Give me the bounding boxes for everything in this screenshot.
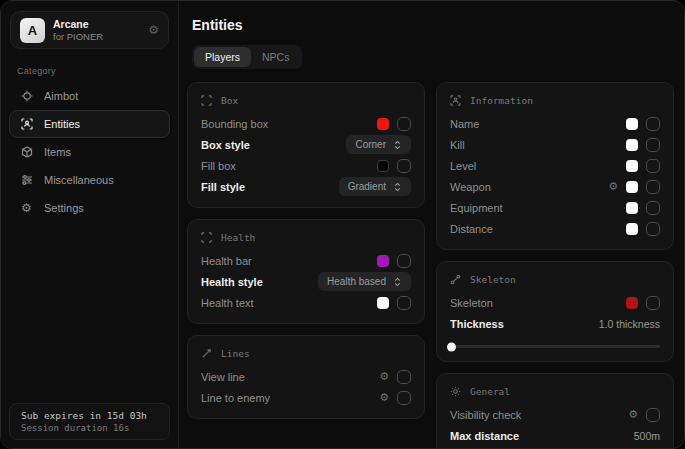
tab-npcs[interactable]: NPCs [251, 47, 300, 67]
setting-label: Weapon [450, 181, 491, 193]
setting-label: Distance [450, 223, 493, 235]
checkbox[interactable] [646, 159, 660, 173]
color-swatch[interactable] [626, 160, 638, 172]
color-swatch[interactable] [377, 160, 389, 172]
setting-row: Bounding box [201, 113, 411, 134]
color-swatch[interactable] [626, 223, 638, 235]
sidebar-item-entities[interactable]: Entities [9, 110, 170, 138]
tab-bar: Players NPCs [192, 45, 302, 69]
checkbox[interactable] [397, 254, 411, 268]
setting-row: Level [450, 155, 660, 176]
color-swatch[interactable] [377, 255, 389, 267]
checkbox[interactable] [646, 201, 660, 215]
gear-icon[interactable]: ⚙ [608, 181, 618, 192]
setting-label: Fill style [201, 181, 245, 193]
setting-row: Health style Health based [201, 271, 411, 292]
setting-row: Equipment [450, 197, 660, 218]
setting-row: Box style Corner [201, 134, 411, 155]
max-distance-value: 500m [634, 430, 660, 442]
setting-label: View line [201, 371, 245, 383]
general-panel: General Visibility check ⚙ Max distance … [436, 373, 674, 449]
color-swatch[interactable] [626, 139, 638, 151]
app-title: Arcane [53, 18, 140, 31]
setting-row: Kill [450, 134, 660, 155]
panel-title: Lines [221, 348, 250, 359]
chevron-up-down-icon [393, 140, 402, 150]
sidebar-item-aimbot[interactable]: Aimbot [9, 82, 170, 110]
color-swatch[interactable] [626, 118, 638, 130]
color-swatch[interactable] [377, 118, 389, 130]
setting-label: Health style [201, 276, 263, 288]
setting-row: Distance [450, 218, 660, 239]
setting-row: Weapon ⚙ [450, 176, 660, 197]
color-swatch[interactable] [626, 202, 638, 214]
checkbox[interactable] [397, 117, 411, 131]
health-style-dropdown[interactable]: Health based [318, 272, 411, 291]
setting-row: Health text [201, 292, 411, 313]
sidebar: A Arcane for PIONER ⚙ Category Aimbot En… [1, 1, 179, 448]
box-style-dropdown[interactable]: Corner [346, 135, 411, 154]
color-swatch[interactable] [626, 181, 638, 193]
scan-person-icon [450, 95, 462, 106]
setting-row: Health bar [201, 250, 411, 271]
setting-label: Max distance [450, 430, 519, 442]
fill-style-dropdown[interactable]: Gradient [339, 177, 411, 196]
category-label: Category [17, 66, 178, 76]
skeleton-panel: Skeleton Skeleton Thickness 1.0 thicknes… [436, 261, 674, 362]
slider-thumb[interactable] [447, 342, 456, 351]
sidebar-nav: Aimbot Entities Items Miscellaneous [1, 82, 178, 222]
setting-label: Health text [201, 297, 254, 309]
setting-row: Fill style Gradient [201, 176, 411, 197]
setting-label: Thickness [450, 318, 504, 330]
gear-icon[interactable]: ⚙ [148, 23, 159, 37]
app-subtitle: for PIONER [53, 31, 140, 43]
checkbox[interactable] [397, 391, 411, 405]
gear-icon[interactable]: ⚙ [379, 392, 389, 403]
color-swatch[interactable] [377, 297, 389, 309]
checkbox[interactable] [646, 138, 660, 152]
setting-label: Health bar [201, 255, 252, 267]
checkbox[interactable] [397, 296, 411, 310]
setting-label: Visibility check [450, 409, 521, 421]
thickness-slider[interactable] [450, 342, 660, 351]
package-icon [20, 146, 33, 158]
chevron-up-down-icon [393, 277, 402, 287]
setting-label: Level [450, 160, 476, 172]
setting-row: Visibility check ⚙ [450, 404, 660, 425]
checkbox[interactable] [397, 370, 411, 384]
sidebar-item-miscellaneous[interactable]: Miscellaneous [9, 166, 170, 194]
sidebar-item-items[interactable]: Items [9, 138, 170, 166]
checkbox[interactable] [646, 408, 660, 422]
bounding-box-icon [201, 232, 213, 243]
color-swatch[interactable] [626, 297, 638, 309]
gear-icon[interactable]: ⚙ [379, 371, 389, 382]
sliders-icon [20, 174, 33, 186]
dropdown-value: Health based [327, 276, 386, 287]
tab-players[interactable]: Players [194, 47, 251, 67]
chevron-up-down-icon [393, 182, 402, 192]
setting-row: Line to enemy ⚙ [201, 387, 411, 408]
gear-icon[interactable]: ⚙ [628, 409, 638, 420]
setting-label: Equipment [450, 202, 503, 214]
page-title: Entities [192, 17, 674, 33]
sidebar-item-label: Miscellaneous [44, 174, 114, 186]
box-panel: Box Bounding box Box style Corner [187, 82, 425, 208]
setting-label: Box style [201, 139, 250, 151]
checkbox[interactable] [646, 180, 660, 194]
bone-icon [450, 274, 462, 285]
setting-row: Thickness 1.0 thickness [450, 313, 660, 334]
checkbox[interactable] [646, 222, 660, 236]
setting-label: Line to enemy [201, 392, 270, 404]
panel-title: General [470, 386, 510, 397]
app-logo: A [20, 18, 45, 43]
information-panel: Information Name Kill [436, 82, 674, 250]
logo-card: A Arcane for PIONER ⚙ [10, 11, 169, 49]
checkbox[interactable] [646, 296, 660, 310]
app-window: A Arcane for PIONER ⚙ Category Aimbot En… [0, 0, 685, 449]
checkbox[interactable] [646, 117, 660, 131]
setting-label: Name [450, 118, 479, 130]
panel-title: Health [221, 232, 255, 243]
checkbox[interactable] [397, 159, 411, 173]
setting-label: Kill [450, 139, 465, 151]
sidebar-item-settings[interactable]: ⚙ Settings [9, 194, 170, 222]
